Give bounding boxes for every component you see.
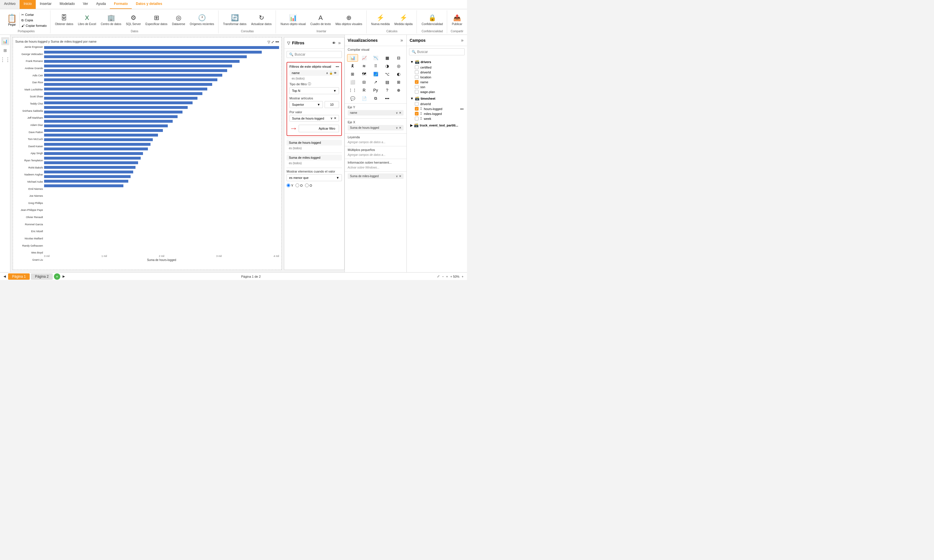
chart-bar-14[interactable] — [44, 111, 182, 114]
viz-icon-clusteredbar[interactable]: ⊟ — [393, 54, 404, 62]
filter-radio-o1[interactable]: O — [296, 183, 303, 187]
fields-checkbox-name[interactable]: ✓ — [415, 80, 419, 84]
viz-icon-kpi[interactable]: ↗ — [370, 78, 381, 86]
fields-item-certified[interactable]: certified — [409, 65, 465, 70]
ribbon-tab-archivo[interactable]: Archivo — [0, 0, 20, 9]
expand-chart-icon[interactable]: ⤢ — [271, 40, 274, 44]
viz-icon-r-visual[interactable]: R — [359, 86, 370, 94]
especificar-button[interactable]: ⊞ Especificar datos — [144, 12, 169, 29]
ribbon-tab-insertar[interactable]: Insertar — [36, 0, 55, 9]
page-tab-1[interactable]: Página 1 — [8, 273, 30, 280]
nav-prev-button[interactable]: ◀ — [3, 274, 6, 278]
chart-bar-21[interactable] — [44, 143, 151, 146]
fields-search-input[interactable] — [417, 50, 462, 54]
nueva-medida-button[interactable]: ⚡ Nueva medida — [370, 12, 391, 29]
viz-icon-qa[interactable]: ? — [382, 86, 393, 94]
ribbon-tab-ver[interactable]: Ver — [79, 0, 92, 9]
publicar-button[interactable]: 📤 Publicar — [450, 12, 464, 29]
chart-bar-2[interactable] — [44, 55, 247, 58]
ribbon-tab-ayuda[interactable]: Ayuda — [92, 0, 110, 9]
nuevo-visual-button[interactable]: 📊 Nuevo objeto visual — [279, 12, 307, 29]
filter-search-box[interactable]: 🔍 — [287, 51, 342, 58]
viz-icon-pie[interactable]: ◑ — [382, 62, 393, 70]
chart-bar-7[interactable] — [44, 78, 217, 81]
more-chart-icon[interactable]: ••• — [275, 40, 279, 44]
viz-icon-matrix[interactable]: ⋮⋮ — [347, 86, 358, 94]
chart-bar-20[interactable] — [44, 138, 153, 141]
viz-icon-table[interactable]: ⊞ — [393, 78, 404, 86]
viz-icon-gauge[interactable]: ◐ — [393, 70, 404, 78]
filter-direction-dropdown[interactable]: Superior ▼ — [290, 101, 323, 108]
filter-radio-o2[interactable]: O — [305, 183, 312, 187]
actualizar-button[interactable]: ↻ Actualizar datos — [249, 12, 273, 29]
viz-icon-treemap[interactable]: ⊞ — [347, 70, 358, 78]
viz-icon-funnel[interactable]: ⌥ — [382, 70, 393, 78]
chart-bar-4[interactable] — [44, 65, 232, 68]
dataverse-button[interactable]: ◎ Dataverse — [170, 12, 187, 29]
viz-miles-chevron-icon[interactable]: ∨ — [396, 175, 398, 178]
fields-checkbox-hours-logged[interactable]: ✓ — [415, 107, 419, 111]
zoom-fit-icon[interactable]: ⤢ — [437, 274, 439, 278]
viz-icon-python[interactable]: Py — [370, 86, 381, 94]
paste-button[interactable]: 📋 Pegar — [5, 12, 20, 28]
fields-expand-button[interactable]: » — [460, 37, 464, 43]
viz-icon-barchart[interactable]: 📊 — [347, 54, 358, 62]
sidebar-icon-table[interactable]: ⊞ — [1, 46, 9, 54]
sidebar-icon-model[interactable]: ⋮⋮ — [1, 55, 9, 64]
viz-eje-y-chevron-icon[interactable]: ∨ — [396, 111, 398, 114]
chart-bar-26[interactable] — [44, 166, 136, 169]
filter-top-n-input[interactable] — [325, 101, 339, 108]
chart-bar-9[interactable] — [44, 88, 207, 91]
viz-icon-ribbon[interactable]: 🎗 — [347, 62, 358, 70]
filter-ov-menu-icon[interactable]: ••• — [336, 65, 339, 68]
viz-icon-areachart[interactable]: 📉 — [370, 54, 381, 62]
fields-item-week[interactable]: Σ week — [409, 116, 465, 121]
confidencialidad-button[interactable]: 🔒 Confidencialidad — [420, 12, 444, 29]
fields-checkbox-ssn[interactable] — [415, 85, 419, 89]
nav-next-button[interactable]: ▶ — [63, 274, 65, 278]
chart-bar-25[interactable] — [44, 161, 138, 164]
fields-hours-more-icon[interactable]: ••• — [460, 107, 464, 111]
chart-bar-22[interactable] — [44, 148, 148, 150]
viz-icon-slicer[interactable]: ▤ — [382, 78, 393, 86]
origenes-button[interactable]: 🕐 Orígenes recientes — [188, 12, 216, 29]
filter-por-valor-chevron-icon[interactable]: ∨ — [330, 116, 333, 120]
viz-eje-y-close-icon[interactable]: ✕ — [399, 111, 401, 114]
viz-icon-waterfall[interactable]: ≋ — [359, 62, 370, 70]
fields-group-drivers-header[interactable]: ▼ 🗃️ drivers — [409, 59, 465, 65]
filter-name-eye-icon[interactable]: 👁 — [334, 71, 337, 75]
viz-icon-scatter[interactable]: ⠿ — [370, 62, 381, 70]
fields-item-name[interactable]: ✓ name — [409, 80, 465, 85]
filter-type-dropdown[interactable]: Top N ▼ — [290, 87, 339, 94]
fields-checkbox-ts-driverId[interactable] — [415, 102, 419, 106]
fields-checkbox-wage-plan[interactable] — [415, 90, 419, 94]
sidebar-icon-report[interactable]: 📊 — [1, 37, 9, 45]
sql-server-button[interactable]: ⚙ SQL Server — [124, 12, 143, 29]
chart-bar-19[interactable] — [44, 134, 158, 137]
filter-condition-dropdown[interactable]: es menor que ▼ — [287, 174, 342, 181]
fields-group-truck-header[interactable]: ▶ 🗃️ truck_event_text_partiti... — [409, 122, 465, 128]
chart-bar-6[interactable] — [44, 74, 222, 77]
chart-bar-17[interactable] — [44, 125, 168, 127]
zoom-plus-button[interactable]: + — [462, 275, 464, 278]
libro-excel-button[interactable]: X Libro de Excel — [76, 12, 98, 29]
chart-bar-5[interactable] — [44, 69, 227, 72]
chart-bar-10[interactable] — [44, 92, 202, 95]
viz-icon-paginated[interactable]: 📄 — [359, 94, 370, 102]
fields-item-hours-logged[interactable]: ✓ Σ hours-logged ••• — [409, 106, 465, 111]
chart-bar-13[interactable] — [44, 106, 188, 109]
viz-icon-narrative[interactable]: 💬 — [347, 94, 358, 102]
page-tab-2[interactable]: Página 2 — [31, 273, 52, 280]
chart-bar-30[interactable] — [44, 185, 123, 187]
viz-icon-custom[interactable]: ⧉ — [370, 94, 381, 102]
filter-name-lock-icon[interactable]: 🔒 — [329, 71, 333, 75]
viz-icon-decomp[interactable]: ⊕ — [393, 86, 404, 94]
viz-icon-card[interactable]: ⬜ — [347, 78, 358, 86]
medida-rapida-button[interactable]: ⚡ Medida rápida — [393, 12, 414, 29]
chart-bar-29[interactable] — [44, 180, 128, 183]
fields-item-ts-driverId[interactable]: driverId — [409, 102, 465, 106]
fields-item-ssn[interactable]: ssn — [409, 85, 465, 89]
fields-checkbox-location[interactable] — [415, 75, 419, 79]
chart-bar-12[interactable] — [44, 102, 193, 104]
filter-radio-y[interactable]: Y — [287, 183, 293, 187]
